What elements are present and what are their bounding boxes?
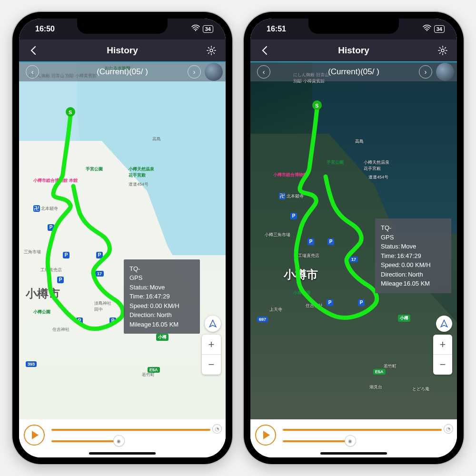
progress-slider[interactable]: ◔ [283, 427, 451, 432]
prev-day-button[interactable]: ‹ [257, 65, 270, 79]
map-area[interactable]: にしん御殿 旧青山 別邸 小樽貴賓館 高島 手宮公園 小樽天然温泉 花手宮殿 小… [250, 62, 457, 419]
battery-badge: 34 [203, 25, 213, 33]
date-label: (Current)(05/ ) [328, 67, 379, 77]
next-day-button[interactable]: › [419, 65, 432, 79]
tracker-info-card: TQ- GPS Status:Move Time:16:47:29 Speed:… [124, 259, 200, 334]
date-selector-bar: ‹ (Current)(05/ ) › [19, 62, 226, 81]
zoom-control: + − [202, 335, 221, 375]
svg-text:S: S [69, 109, 72, 115]
back-button[interactable] [28, 45, 39, 56]
clock: 16:51 [267, 25, 286, 33]
gps-label: GPS [129, 273, 194, 283]
device-id: TQ- [129, 264, 194, 274]
nav-bar: History [250, 40, 457, 61]
clock-icon: ◔ [444, 424, 453, 434]
home-indicator [320, 452, 387, 455]
notch [77, 19, 168, 34]
wifi-icon [191, 25, 200, 33]
gps-track: S [19, 62, 226, 419]
zoom-in-button[interactable]: + [202, 335, 221, 355]
svg-point-5 [441, 49, 444, 52]
locate-button[interactable] [436, 316, 452, 332]
next-day-button[interactable]: › [188, 65, 201, 79]
clock: 16:50 [35, 25, 55, 33]
playback-bar: ◔ ◉ [19, 419, 226, 457]
progress-slider[interactable]: ◔ [51, 427, 220, 432]
gps-label: GPS [381, 233, 446, 242]
clock-icon: ◔ [212, 424, 222, 434]
date-label: (Current)(05/ ) [97, 67, 148, 77]
slider-knob[interactable]: ◉ [114, 436, 124, 446]
date-selector-bar: ‹ (Current)(05/ ) › [250, 62, 457, 81]
play-button[interactable] [24, 425, 45, 446]
zoom-control: + − [433, 335, 452, 375]
device-id: TQ- [381, 223, 446, 233]
settings-button[interactable] [437, 45, 448, 56]
wifi-icon [423, 25, 431, 33]
battery-badge: 34 [434, 25, 445, 33]
zoom-out-button[interactable]: − [202, 355, 221, 375]
phone-right: 16:51 34 History にしん御殿 旧青山 別邸 小樽貴賓館 高島 [244, 12, 464, 464]
slider-knob[interactable]: ◉ [345, 436, 356, 446]
play-icon [263, 431, 270, 439]
svg-point-4 [426, 30, 427, 31]
svg-text:S: S [315, 103, 318, 109]
settings-button[interactable] [206, 45, 217, 56]
play-icon [32, 431, 39, 439]
speed-slider[interactable]: ◉ [283, 438, 451, 443]
prev-day-button[interactable]: ‹ [26, 65, 39, 79]
locate-button[interactable] [205, 316, 221, 332]
svg-point-1 [210, 49, 213, 52]
page-title: History [338, 45, 369, 56]
notch [308, 19, 399, 34]
home-indicator [89, 452, 156, 455]
nav-bar: History [19, 40, 226, 61]
map-area[interactable]: にしん御殿 旧青山 別邸 小樽貴賓館 おたる水族館 高島 手宮公園 小樽天然温泉… [19, 62, 226, 419]
speed-slider[interactable]: ◉ [51, 438, 220, 443]
zoom-out-button[interactable]: − [433, 355, 452, 375]
svg-point-0 [195, 30, 196, 31]
zoom-in-button[interactable]: + [433, 335, 452, 355]
play-button[interactable] [255, 425, 276, 446]
playback-bar: ◔ ◉ [250, 419, 457, 457]
page-title: History [107, 45, 138, 56]
phone-left: 16:50 34 History にしん御殿 旧青山 別邸 小樽貴賓館 [12, 12, 232, 464]
back-button[interactable] [259, 45, 270, 56]
map-style-toggle[interactable] [436, 63, 454, 81]
tracker-info-card: TQ- GPS Status:Move Time:16:47:29 Speed:… [375, 218, 451, 293]
map-style-toggle[interactable] [205, 63, 223, 81]
